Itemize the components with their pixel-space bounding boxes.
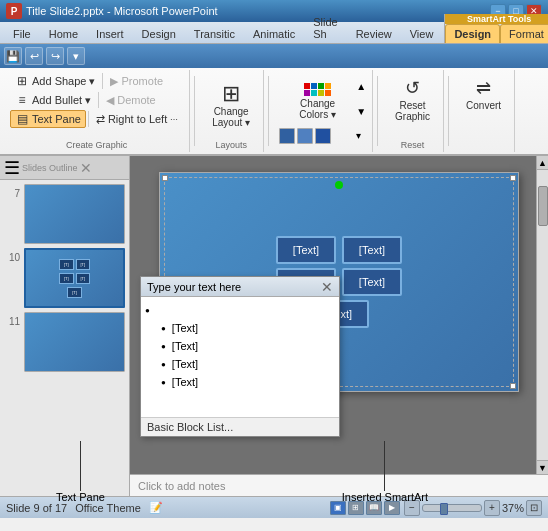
tab-file[interactable]: File [4,24,40,43]
text-pane-input-4[interactable] [170,375,335,389]
text-pane-input-3[interactable] [170,357,335,371]
tab-smartart-design[interactable]: Design [445,24,500,43]
text-pane-input-2[interactable] [170,339,335,353]
change-colors-label: ChangeColors ▾ [299,98,336,120]
handle-tr[interactable] [510,175,516,181]
slide-img-10[interactable]: [T] [T] [T] [T] [T] [24,248,125,308]
add-shape-button[interactable]: ⊞ Add Shape ▾ [10,72,100,90]
qat-dropdown[interactable]: ▾ [67,47,85,65]
bullet-4: ● [161,378,166,387]
slide-thumb-11[interactable]: 11 [4,312,125,372]
styles-row [279,128,356,144]
save-qat-button[interactable]: 💾 [4,47,22,65]
scroll-up-button[interactable]: ▲ [537,156,549,170]
text-pane-annotation: Text Pane [56,441,105,503]
tab-slideshow[interactable]: Slide Sh [304,12,346,43]
add-bullet-button[interactable]: ≡ Add Bullet ▾ [10,91,96,109]
tab-home[interactable]: Home [40,24,87,43]
styles-up-button[interactable]: ▲ [356,81,366,92]
bullet-1: ● [161,324,166,333]
fit-to-window-button[interactable]: ⊡ [526,500,542,516]
tab-animations[interactable]: Animatic [244,24,304,43]
styles-more-button[interactable]: ▾ [356,130,366,141]
style-thumb-1[interactable] [279,128,295,144]
quick-access-toolbar: 💾 ↩ ↪ ▾ [0,44,548,68]
demote-button[interactable]: ◀ Demote [101,92,161,109]
convert-icon: ⇌ [472,76,496,100]
notes-bar[interactable]: Click to add notes [130,474,548,496]
right-to-left-button[interactable]: ⇄ Right to Left ⋯ [91,111,183,128]
slide-thumb-10[interactable]: 10 [T] [T] [T] [T] [T [4,248,125,308]
smartart-box-4[interactable]: [Text] [342,268,402,296]
tab-smartart-format[interactable]: Format [500,24,548,43]
ribbon: ⊞ Add Shape ▾ ▶ Promote ≡ Add Bullet ▾ [0,68,548,156]
text-pane-item-4: ● [145,373,335,391]
panel-menu-icon[interactable]: ☰ [4,157,20,179]
scroll-down-button[interactable]: ▼ [537,460,549,474]
tab-transitions[interactable]: Transitic [185,24,244,43]
text-pane-button[interactable]: ▤ Text Pane [10,110,86,128]
add-bullet-row: ≡ Add Bullet ▾ ◀ Demote [10,91,161,109]
zoom-slider[interactable] [422,504,482,512]
sep1 [194,76,195,146]
slide-img-11[interactable] [24,312,125,372]
text-pane-footer-button[interactable]: Basic Block List... [141,417,339,436]
layouts-group: ⊞ ChangeLayout ▾ Layouts [199,70,264,152]
title-bar-left: P Title Slide2.pptx - Microsoft PowerPoi… [6,3,218,19]
style-thumb-2[interactable] [297,128,313,144]
tab-insert[interactable]: Insert [87,24,133,43]
create-graphic-group: ⊞ Add Shape ▾ ▶ Promote ≡ Add Bullet ▾ [4,70,190,152]
scroll-thumb[interactable] [538,186,548,226]
style-thumb-3[interactable] [315,128,331,144]
slide-info: Slide 9 of 17 [6,502,67,514]
smartart-styles-group: ChangeColors ▾ ▲ ▼ ▾ [273,70,373,152]
canvas-wrapper: [Text] [Text] [Text] [Text] [Text] [130,156,548,496]
convert-button[interactable]: ⇌ Convert [459,72,508,115]
mini-box-1: [T] [59,259,74,270]
bullet-2: ● [161,342,166,351]
vertical-scrollbar[interactable]: ▲ ▼ [536,156,548,474]
tab-design[interactable]: Design [133,24,185,43]
panel-close-icon[interactable]: ✕ [80,160,92,176]
zoom-level: 37% [502,502,524,514]
text-pane-annotation-label: Text Pane [56,491,105,503]
handle-tl[interactable] [162,175,168,181]
selection-handle-top[interactable] [335,181,343,189]
ribbon-tabs: File Home Insert Design Transitic Animat… [0,22,548,44]
reset-graphic-button[interactable]: ↺ ResetGraphic [388,72,437,126]
convert-label: Convert [466,100,501,111]
rtl-more: ⋯ [170,115,178,124]
tab-review[interactable]: Review [347,24,401,43]
smartart-box-1[interactable]: [Text] [276,236,336,264]
notes-placeholder: Click to add notes [138,480,225,492]
text-pane-input-1[interactable] [170,321,335,335]
promote-button[interactable]: ▶ Promote [105,73,168,90]
text-pane-row: ▤ Text Pane ⇄ Right to Left ⋯ [10,110,183,128]
sep2 [268,76,269,146]
panel-options: Slides Outline [22,163,78,173]
undo-button[interactable]: ↩ [25,47,43,65]
change-colors-button[interactable]: ChangeColors ▾ [279,79,356,124]
slide-img-7[interactable] [24,184,125,244]
smartart-annotation-label: Inserted SmartArt [342,491,428,503]
tab-view[interactable]: View [401,24,443,43]
slide-thumb-7[interactable]: 7 [4,184,125,244]
text-pane-close-button[interactable]: ✕ [321,279,333,295]
change-layout-button[interactable]: ⊞ ChangeLayout ▾ [205,78,257,132]
redo-button[interactable]: ↪ [46,47,64,65]
demote-label: ◀ Demote [106,94,156,107]
smartart-box-2[interactable]: [Text] [342,236,402,264]
styles-arrows: ▲ ▼ ▾ [356,81,366,141]
text-pane-panel: Type your text here ✕ ● ● ● [140,276,340,437]
styles-down-button[interactable]: ▼ [356,106,366,117]
add-bullet-label: Add Bullet [32,94,82,106]
handle-br[interactable] [510,383,516,389]
reset-content: ↺ ResetGraphic [388,72,437,138]
bullet-3: ● [161,360,166,369]
text-pane-input-0[interactable] [154,303,335,317]
separator [102,73,103,89]
zoom-thumb[interactable] [440,503,448,515]
zoom-in-button[interactable]: + [484,500,500,516]
add-shape-label: Add Shape [32,75,86,87]
text-pane-item-2: ● [145,337,335,355]
